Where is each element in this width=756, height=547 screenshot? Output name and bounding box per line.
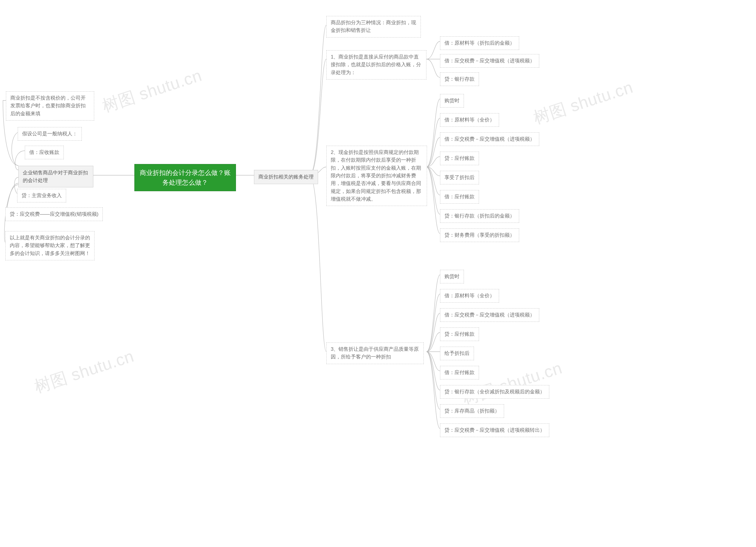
leaf-sub2-0[interactable]: 购货时 — [440, 94, 464, 108]
leaf-sub2-4[interactable]: 享受了折扣后 — [440, 171, 479, 184]
leaf-sub1-1[interactable]: 借：应交税费－应交增值税（进项税额） — [440, 54, 539, 68]
leaf-sub3-5[interactable]: 借：应付账款 — [440, 366, 479, 380]
leaf-sub3-4[interactable]: 给予折扣后 — [440, 347, 474, 360]
leaf-right-sub1[interactable]: 1、商业折扣是直接从应付的商品款中直接扣除，也就是以折扣后的价格入账，分录处理为… — [326, 50, 426, 79]
leaf-left-0[interactable]: 商业折扣是不按含税价的，公司开发票给客户时，也要扣除商业折扣后的金额来填 — [6, 91, 94, 120]
leaf-left-1[interactable]: 假设公司是一般纳税人： — [18, 127, 82, 141]
watermark: 树图 shutu.cn — [531, 76, 636, 130]
leaf-sub1-0[interactable]: 借：原材料等（折扣后的金额） — [440, 36, 519, 50]
leaf-left-2[interactable]: 借：应收账款 — [25, 146, 64, 159]
branch-right[interactable]: 商业折扣相关的账务处理 — [254, 170, 318, 184]
leaf-sub3-6[interactable]: 贷：银行存款（全价减折扣及税额后的金额） — [440, 385, 549, 399]
leaf-left-3[interactable]: 贷：主营业务收入 — [17, 189, 66, 202]
leaf-sub3-3[interactable]: 贷：应付账款 — [440, 328, 479, 341]
leaf-sub2-2[interactable]: 借：应交税费－应交增值税（进项税额） — [440, 132, 539, 146]
watermark: 树图 shutu.cn — [460, 357, 565, 411]
watermark: 树图 shutu.cn — [32, 345, 137, 399]
leaf-sub1-2[interactable]: 贷：银行存款 — [440, 72, 479, 86]
mindmap-root[interactable]: 商业折扣的会计分录怎么做？账务处理怎么做？ — [134, 164, 236, 191]
leaf-right-sub0[interactable]: 商品折扣分为三种情况：商业折扣，现金折扣和销售折让 — [326, 16, 421, 38]
leaf-sub2-5[interactable]: 借：应付账款 — [440, 190, 479, 203]
leaf-left-5[interactable]: 以上就是有关商业折扣的会计分录的内容，希望能够帮助大家，想了解更多的会计知识，请… — [5, 231, 95, 260]
leaf-sub3-7[interactable]: 贷：库存商品（折扣额） — [440, 404, 504, 418]
watermark: 树图 shutu.cn — [100, 64, 205, 118]
branch-left[interactable]: 企业销售商品中对于商业折扣的会计处理 — [18, 166, 93, 187]
connector-lines — [0, 0, 756, 547]
leaf-right-sub3[interactable]: 3、销售折让是由于供应商产品质量等原因，所给予客户的一种折扣 — [326, 343, 424, 364]
leaf-sub3-2[interactable]: 借：应交税费－应交增值税（进项税额） — [440, 308, 539, 322]
leaf-sub2-6[interactable]: 贷：银行存款（折扣后的金额） — [440, 209, 519, 223]
leaf-sub3-0[interactable]: 购货时 — [440, 270, 464, 284]
leaf-sub2-1[interactable]: 借：原材料等（全价） — [440, 113, 499, 127]
leaf-sub2-7[interactable]: 贷：财务费用（享受的折扣额） — [440, 228, 519, 242]
leaf-sub2-3[interactable]: 贷：应付账款 — [440, 152, 479, 165]
leaf-left-4[interactable]: 贷：应交税费——应交增值税(销项税额) — [5, 207, 103, 221]
leaf-right-sub2[interactable]: 2、现金折扣是按照供应商规定的付款期限，在付款期限内付款后享受的一种折扣，入账时… — [326, 146, 427, 206]
leaf-sub3-1[interactable]: 借：原材料等（全价） — [440, 289, 499, 303]
leaf-sub3-8[interactable]: 贷：应交税费－应交增值税（进项税额转出） — [440, 424, 549, 437]
